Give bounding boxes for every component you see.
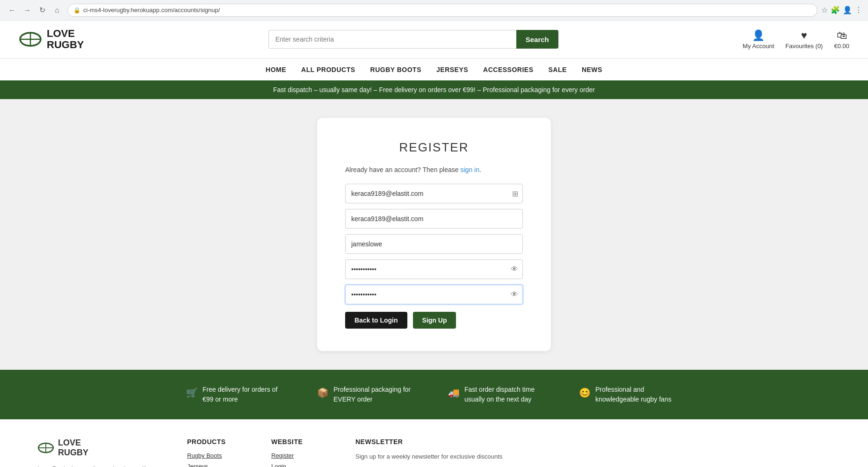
username-field-wrapper [345,234,523,254]
footer-feature-dispatch: 🚚 Fast order dispatch time usually on th… [448,385,551,404]
header-icons: 👤 My Account ♥ Favourites (0) 🛍 €0.00 [743,29,849,50]
more-icon[interactable]: ⋮ [855,6,862,14]
footer-feature-packaging: 📦 Professional packaging for EVERY order [317,385,420,404]
footer-link-rugby-boots[interactable]: Rugby Boots [187,452,243,459]
username-field[interactable] [345,234,523,254]
main-content: REGISTER Already have an account? Then p… [0,99,868,370]
password-field-wrapper: 👁 [345,259,523,279]
lock-icon: 🔒 [73,7,80,14]
my-account-link[interactable]: 👤 My Account [743,29,774,50]
logo-oval-icon [19,31,42,48]
site-header: LOVE RUGBY Search 👤 My Account ♥ Favouri… [0,21,868,58]
footer-brand: LOVERUGBY Love Rugby is an online rugby … [37,438,159,467]
address-bar[interactable]: 🔒 ci-ms4-loverugby.herokuapp.com/account… [67,4,817,17]
nav-item-news: NEWS [582,65,602,74]
register-title: REGISTER [345,140,523,155]
footer-logo: LOVERUGBY [37,438,159,458]
footer-feature-delivery-text: Free delivery for orders of €99 or more [203,385,289,404]
footer-newsletter-col: NEWSLETTER Sign up for a weekly newslett… [355,438,502,467]
nav-item-rugby-boots: RUGBY BOOTS [370,65,421,74]
footer-feature-knowledge-text: Professional and knowledgeable rugby fan… [595,385,682,404]
star-icon[interactable]: ☆ [821,6,828,14]
email-field[interactable] [345,184,523,203]
sign-up-button[interactable]: Sign Up [413,312,456,329]
nav-link-rugby-boots[interactable]: RUGBY BOOTS [370,66,421,73]
heart-icon: ♥ [801,29,807,42]
reload-button[interactable]: ↻ [36,4,49,17]
nav-link-jerseys[interactable]: JERSEYS [436,66,468,73]
footer-link-register[interactable]: Register [271,452,327,459]
confirm-password-eye-icon[interactable]: 👁 [511,290,518,299]
footer-brand-desc: Love Rugby is an online rugby shop selli… [37,464,159,467]
footer-brand-name: LOVERUGBY [58,438,88,458]
button-row: Back to Login Sign Up [345,312,523,329]
nav-link-news[interactable]: NEWS [582,66,602,73]
packaging-icon: 📦 [317,386,329,400]
footer-website-title: WEBSITE [271,438,327,445]
nav-item-home: HOME [266,65,286,74]
footer-products-title: PRODUCTS [187,438,243,445]
register-subtitle: Already have an account? Then please sig… [345,166,523,173]
logo-text: LOVE RUGBY [47,28,84,50]
password-eye-icon[interactable]: 👁 [511,265,518,273]
sign-in-link[interactable]: sign in [460,166,479,173]
cart-icon: 🛍 [837,29,847,42]
forward-button[interactable]: → [21,4,34,17]
email-field-wrapper: ⊞ [345,184,523,203]
nav-link-accessories[interactable]: ACCESSORIES [483,66,533,73]
nav-link-sale[interactable]: SALE [549,66,567,73]
dispatch-icon: 🚚 [448,386,460,400]
footer-feature-dispatch-text: Fast order dispatch time usually on the … [464,385,551,404]
extensions-icon[interactable]: 🧩 [831,6,840,14]
knowledge-icon: 😊 [579,386,591,400]
cart-link[interactable]: 🛍 €0.00 [834,29,849,50]
search-input[interactable] [268,30,516,49]
footer-newsletter-title: NEWSLETTER [355,438,502,445]
browser-chrome: ← → ↻ ⌂ 🔒 ci-ms4-loverugby.herokuapp.com… [0,0,868,21]
logo[interactable]: LOVE RUGBY [19,28,84,50]
confirm-password-field-wrapper: 👁 [345,285,523,304]
delivery-icon: 🛒 [186,386,198,400]
nav-link-all-products[interactable]: ALL PRODUCTS [301,66,355,73]
promo-text: Fast dispatch – usually same day! – Free… [273,86,595,93]
nav-list: HOME ALL PRODUCTS RUGBY BOOTS JERSEYS AC… [19,59,849,80]
footer-logo-icon [37,442,54,454]
footer-bottom: LOVERUGBY Love Rugby is an online rugby … [0,419,868,467]
nav-item-accessories: ACCESSORIES [483,65,533,74]
footer-newsletter-text: Sign up for a weekly newsletter for excl… [355,452,502,462]
browser-right-icons: ☆ 🧩 👤 ⋮ [821,6,862,14]
confirm-email-field[interactable] [345,209,523,229]
footer-feature-delivery: 🛒 Free delivery for orders of €99 or mor… [186,385,289,404]
nav-item-sale: SALE [549,65,567,74]
footer-website-col: WEBSITE Register Login [271,438,327,467]
footer-feature-knowledge: 😊 Professional and knowledgeable rugby f… [579,385,682,404]
password-field[interactable] [345,259,523,279]
nav-item-all-products: ALL PRODUCTS [301,65,355,74]
nav-item-jerseys: JERSEYS [436,65,468,74]
back-to-login-button[interactable]: Back to Login [345,312,407,329]
profile-icon[interactable]: 👤 [843,6,852,14]
favourites-link[interactable]: ♥ Favourites (0) [785,29,823,50]
home-button[interactable]: ⌂ [51,4,64,17]
footer-link-login[interactable]: Login [271,463,327,467]
promo-banner: Fast dispatch – usually same day! – Free… [0,80,868,99]
footer-features: 🛒 Free delivery for orders of €99 or mor… [0,370,868,419]
footer-products-col: PRODUCTS Rugby Boots Jerseys [187,438,243,467]
footer-link-jerseys[interactable]: Jerseys [187,463,243,467]
footer-feature-packaging-text: Professional packaging for EVERY order [333,385,420,404]
register-card: REGISTER Already have an account? Then p… [317,118,551,351]
url-text: ci-ms4-loverugby.herokuapp.com/accounts/… [83,7,220,14]
main-nav: HOME ALL PRODUCTS RUGBY BOOTS JERSEYS AC… [0,58,868,80]
confirm-email-field-wrapper [345,209,523,229]
confirm-password-field[interactable] [345,285,523,304]
search-bar: Search [268,30,558,49]
search-button[interactable]: Search [516,30,558,49]
email-icon: ⊞ [512,189,518,198]
back-button[interactable]: ← [6,4,19,17]
account-icon: 👤 [752,29,765,42]
nav-link-home[interactable]: HOME [266,66,286,73]
